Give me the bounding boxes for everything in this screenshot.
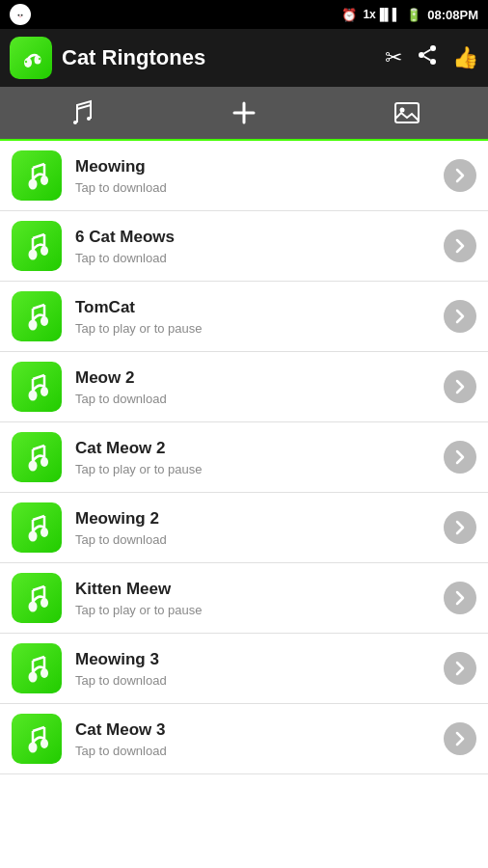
svg-line-64 xyxy=(33,727,44,731)
ringtone-arrow-button[interactable] xyxy=(444,441,476,474)
svg-point-3 xyxy=(17,14,19,16)
svg-point-51 xyxy=(41,598,48,608)
ringtone-name: TomCat xyxy=(75,298,444,317)
header-actions: ✂ 👍 xyxy=(385,43,478,72)
scissors-icon[interactable]: ✂ xyxy=(385,45,402,70)
ringtone-item[interactable]: Meow 2 Tap to download xyxy=(0,352,488,422)
ringtone-sub: Tap to download xyxy=(75,744,444,758)
svg-point-36 xyxy=(41,387,48,396)
ringtone-item[interactable]: Kitten Meew Tap to play or to pause xyxy=(0,563,488,634)
ringtone-sub: Tap to play or to pause xyxy=(75,321,444,336)
ringtone-info: TomCat Tap to play or to pause xyxy=(75,298,444,336)
svg-point-9 xyxy=(39,58,41,60)
svg-point-5 xyxy=(19,16,21,17)
ringtone-arrow-button[interactable] xyxy=(444,722,476,755)
ringtone-name: Cat Meow 3 xyxy=(75,720,444,740)
add-button[interactable] xyxy=(215,89,273,137)
ringtone-name: Meow 2 xyxy=(75,368,444,388)
ringtone-arrow-button[interactable] xyxy=(444,159,476,192)
ringtone-arrow-button[interactable] xyxy=(444,370,476,403)
svg-point-40 xyxy=(29,461,38,472)
ringtone-item[interactable]: Meowing 2 Tap to download xyxy=(0,493,488,563)
ringtone-info: Meow 2 Tap to download xyxy=(75,368,444,406)
ringtone-list: Meowing Tap to download xyxy=(0,141,488,868)
svg-point-50 xyxy=(29,602,38,612)
ringtone-info: Cat Meow 3 Tap to download xyxy=(75,720,444,758)
ringtone-arrow-button[interactable] xyxy=(444,511,476,544)
svg-point-4 xyxy=(21,14,23,16)
battery-icon: 🔋 xyxy=(406,8,421,22)
ringtone-thumb xyxy=(12,432,62,482)
svg-line-13 xyxy=(424,57,431,61)
svg-line-24 xyxy=(33,164,44,168)
ringtone-sub: Tap to play or to pause xyxy=(75,462,444,476)
app-logo xyxy=(10,37,52,79)
svg-point-6 xyxy=(24,58,32,68)
image-tab-button[interactable] xyxy=(378,89,436,137)
app-title: Cat Ringtones xyxy=(62,45,205,70)
ringtone-name: 6 Cat Meows xyxy=(75,228,444,247)
ringtone-thumb xyxy=(12,362,62,412)
svg-point-10 xyxy=(430,45,436,51)
svg-line-14 xyxy=(424,50,431,54)
ringtone-info: Kitten Meew Tap to play or to pause xyxy=(75,580,444,617)
ringtone-name: Meowing 3 xyxy=(75,650,444,669)
svg-point-46 xyxy=(41,528,48,537)
music-tab-button[interactable] xyxy=(52,89,110,137)
app-header-left: Cat Ringtones xyxy=(10,37,205,79)
svg-line-54 xyxy=(33,586,44,590)
ringtone-thumb xyxy=(12,221,62,271)
svg-point-31 xyxy=(41,316,48,326)
ringtone-name: Cat Meow 2 xyxy=(75,439,444,458)
ringtone-item[interactable]: Meowing Tap to download xyxy=(0,141,488,211)
status-right: ⏰ 1x▐▌▌ 🔋 08:08PM xyxy=(341,8,478,22)
app-header: Cat Ringtones ✂ 👍 xyxy=(0,29,488,87)
svg-point-20 xyxy=(29,179,38,190)
svg-line-39 xyxy=(33,375,44,379)
ringtone-info: Meowing 3 Tap to download xyxy=(75,650,444,688)
svg-line-44 xyxy=(33,446,44,449)
ringtone-arrow-button[interactable] xyxy=(444,300,476,333)
ringtone-sub: Tap to download xyxy=(75,392,444,406)
svg-point-60 xyxy=(29,743,38,753)
ringtone-sub: Tap to play or to pause xyxy=(75,603,444,617)
time-display: 08:08PM xyxy=(427,8,478,22)
svg-point-56 xyxy=(41,668,48,678)
status-bar: ⏰ 1x▐▌▌ 🔋 08:08PM xyxy=(0,0,488,29)
svg-point-19 xyxy=(399,108,404,113)
ringtone-info: Cat Meow 2 Tap to play or to pause xyxy=(75,439,444,476)
svg-rect-18 xyxy=(395,103,419,122)
svg-point-35 xyxy=(29,391,38,401)
toolbar xyxy=(0,87,488,141)
ringtone-item[interactable]: Cat Meow 2 Tap to play or to pause xyxy=(0,422,488,493)
thumbsup-icon[interactable]: 👍 xyxy=(452,45,478,70)
share-icon[interactable] xyxy=(416,43,439,72)
ringtone-info: Meowing Tap to download xyxy=(75,157,444,195)
svg-point-26 xyxy=(41,246,48,256)
ringtone-item[interactable]: Cat Meow 3 Tap to download xyxy=(0,704,488,774)
svg-line-59 xyxy=(33,657,44,661)
ringtone-sub: Tap to download xyxy=(75,532,444,547)
ringtone-thumb xyxy=(12,291,62,341)
ringtone-thumb xyxy=(12,573,62,623)
cat-icon xyxy=(10,4,31,25)
status-left xyxy=(10,4,31,25)
ringtone-item[interactable]: Meowing 3 Tap to download xyxy=(0,634,488,704)
ringtone-arrow-button[interactable] xyxy=(444,652,476,685)
svg-line-34 xyxy=(33,305,44,309)
ringtone-name: Kitten Meew xyxy=(75,580,444,599)
ringtone-item[interactable]: TomCat Tap to play or to pause xyxy=(0,282,488,352)
ringtone-sub: Tap to download xyxy=(75,673,444,688)
svg-point-45 xyxy=(29,531,38,542)
svg-point-12 xyxy=(430,59,436,65)
ringtone-name: Meowing xyxy=(75,157,444,176)
ringtone-arrow-button[interactable] xyxy=(444,582,476,614)
svg-point-11 xyxy=(419,52,424,58)
ringtone-item[interactable]: 6 Cat Meows Tap to download xyxy=(0,211,488,282)
ringtone-name: Meowing 2 xyxy=(75,509,444,529)
ringtone-arrow-button[interactable] xyxy=(444,230,476,262)
ringtone-thumb xyxy=(12,643,62,693)
svg-line-15 xyxy=(77,105,91,109)
svg-point-61 xyxy=(41,739,48,748)
svg-point-55 xyxy=(29,672,38,683)
